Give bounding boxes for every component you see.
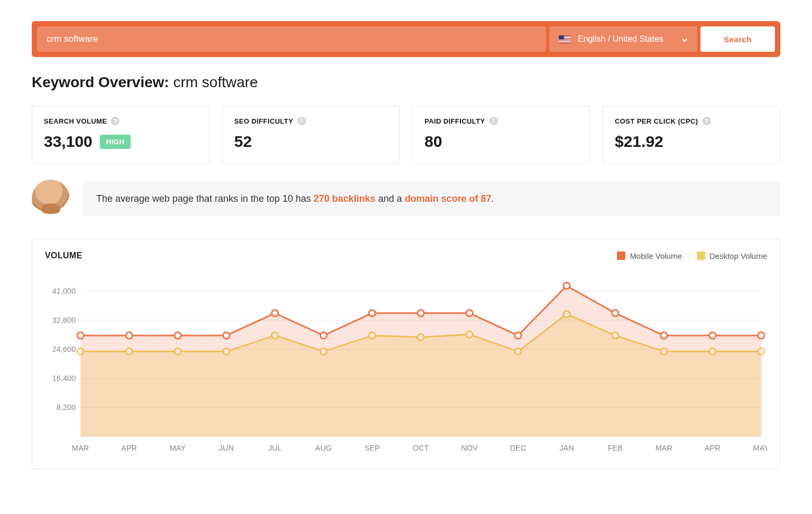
svg-text:FEB: FEB: [608, 444, 623, 452]
value-search-volume: 33,100: [44, 133, 93, 151]
legend-desktop: Desktop Volume: [697, 251, 767, 260]
svg-text:41,000: 41,000: [52, 287, 76, 295]
swatch-desktop-icon: [697, 251, 705, 260]
svg-text:MAR: MAR: [656, 444, 672, 452]
svg-text:JUN: JUN: [219, 444, 234, 452]
page-title-keyword: crm software: [173, 74, 258, 90]
svg-text:APR: APR: [121, 444, 137, 452]
volume-chart: 8,20016,40024,60032,80041,000MARAPRMAYJU…: [45, 271, 767, 460]
value-seo-difficulty: 52: [234, 133, 252, 151]
locale-label: English / United States: [578, 34, 663, 44]
info-icon[interactable]: ?: [298, 117, 306, 125]
svg-point-26: [77, 332, 84, 339]
badge-search-volume: HIGH: [100, 135, 131, 149]
svg-point-40: [758, 332, 764, 339]
svg-text:NOV: NOV: [461, 444, 478, 452]
svg-point-39: [709, 332, 716, 339]
value-paid-difficulty: 80: [425, 133, 442, 151]
label-search-volume: SEARCH VOLUME: [44, 117, 107, 125]
svg-text:32,800: 32,800: [52, 316, 76, 324]
page-title: Keyword Overview: crm software: [32, 74, 780, 91]
tip-row: The average web page that ranks in the t…: [32, 180, 780, 218]
svg-point-30: [272, 310, 278, 316]
svg-point-31: [320, 332, 327, 339]
keyword-search-input[interactable]: [37, 26, 546, 52]
tip-mid: and a: [375, 193, 404, 204]
us-flag-icon: [559, 35, 570, 43]
svg-point-36: [564, 283, 570, 289]
locale-selector[interactable]: English / United States: [549, 26, 697, 52]
svg-text:OCT: OCT: [413, 444, 429, 452]
legend-desktop-label: Desktop Volume: [709, 251, 767, 260]
card-paid-difficulty: PAID DIFFICULTY ? 80: [412, 106, 590, 164]
swatch-mobile-icon: [617, 251, 625, 260]
svg-text:8,200: 8,200: [57, 403, 76, 412]
avatar: [32, 180, 70, 218]
chart-title: VOLUME: [45, 251, 82, 260]
svg-text:MAR: MAR: [72, 444, 89, 452]
svg-point-37: [612, 310, 619, 316]
tip-pre: The average web page that ranks in the t…: [96, 193, 313, 204]
svg-point-29: [223, 332, 229, 339]
tip-backlinks: 270 backlinks: [313, 193, 375, 204]
legend-mobile: Mobile Volume: [617, 251, 681, 260]
tip-post: .: [491, 193, 494, 204]
svg-point-28: [174, 332, 181, 339]
card-seo-difficulty: SEO DIFFICULTY ? 52: [222, 106, 400, 164]
info-icon[interactable]: ?: [703, 117, 711, 125]
volume-chart-card: VOLUME Mobile Volume Desktop Volume 8,20…: [32, 239, 780, 469]
search-button[interactable]: Search: [700, 26, 775, 52]
card-search-volume: SEARCH VOLUME ? 33,100 HIGH: [32, 106, 209, 164]
svg-text:MAY: MAY: [170, 444, 186, 452]
svg-text:16,400: 16,400: [52, 374, 76, 382]
tip-box: The average web page that ranks in the t…: [82, 182, 780, 216]
info-icon[interactable]: ?: [111, 117, 119, 125]
svg-text:APR: APR: [705, 444, 721, 452]
tip-domain-score: domain score of 87: [404, 193, 491, 204]
svg-point-35: [515, 332, 521, 339]
label-seo-difficulty: SEO DIFFICULTY: [234, 117, 293, 125]
svg-point-34: [466, 310, 473, 316]
search-bar: English / United States Search: [32, 21, 780, 57]
card-cpc: COST PER CLICK (CPC) ? $21.92: [603, 106, 780, 164]
svg-text:JAN: JAN: [559, 444, 574, 452]
svg-text:MAY: MAY: [753, 444, 767, 452]
svg-text:DEC: DEC: [510, 444, 527, 452]
svg-point-27: [126, 332, 132, 339]
svg-point-38: [661, 332, 667, 339]
info-icon[interactable]: ?: [490, 117, 498, 125]
label-paid-difficulty: PAID DIFFICULTY: [425, 117, 485, 125]
chevron-down-icon: [681, 36, 688, 42]
svg-point-32: [369, 310, 375, 316]
metrics-row: SEARCH VOLUME ? 33,100 HIGH SEO DIFFICUL…: [32, 106, 780, 164]
label-cpc: COST PER CLICK (CPC): [615, 117, 698, 125]
chart-legend: Mobile Volume Desktop Volume: [617, 251, 767, 260]
value-cpc: $21.92: [615, 133, 663, 151]
page-title-prefix: Keyword Overview:: [32, 74, 173, 90]
svg-text:AUG: AUG: [315, 444, 332, 452]
svg-text:24,600: 24,600: [52, 345, 76, 353]
legend-mobile-label: Mobile Volume: [630, 251, 681, 260]
svg-text:JUL: JUL: [268, 444, 282, 452]
svg-point-33: [418, 310, 424, 316]
svg-text:SEP: SEP: [364, 444, 380, 452]
